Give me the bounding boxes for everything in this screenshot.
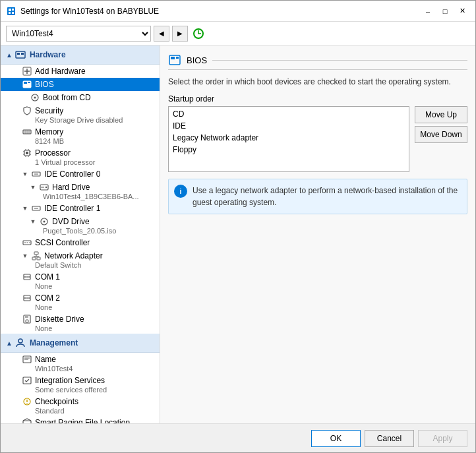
cancel-button[interactable]: Cancel	[365, 430, 414, 447]
window-title: Settings for Win10Test4 on BABYBLUE	[20, 7, 159, 16]
shield-icon	[22, 106, 32, 116]
sidebar-item-dvd-drive[interactable]: ▼ DVD Drive Puget_Tools_20.05.iso	[1, 215, 160, 236]
sidebar-item-add-hardware[interactable]: Add Hardware	[1, 65, 160, 78]
svg-rect-59	[26, 320, 28, 322]
panel-divider	[212, 60, 467, 61]
sidebar-item-com1[interactable]: COM 1 None	[1, 270, 160, 291]
title-controls: – □ ✕	[420, 5, 470, 18]
hardware-section-label: Hardware	[30, 50, 66, 59]
svg-rect-4	[12, 12, 14, 14]
order-buttons: Move Up Move Down	[415, 106, 467, 143]
bios-panel-icon	[168, 53, 181, 67]
management-section-header[interactable]: ▲ Management	[1, 334, 160, 353]
svg-rect-71	[176, 57, 179, 59]
sidebar-item-com2[interactable]: COM 2 None	[1, 291, 160, 313]
expand-icon-hdd: ▼	[30, 184, 36, 191]
diskette-drive-sub: None	[22, 324, 154, 332]
sidebar-item-checkpoints[interactable]: Checkpoints Standard	[1, 395, 160, 416]
minimize-button[interactable]: –	[420, 5, 436, 18]
checkpoints-sub: Standard	[22, 407, 154, 415]
sidebar-item-hard-drive[interactable]: ▼ Hard Drive Win10Test4_1B9C3EB6-BA...	[1, 181, 160, 202]
startup-order-section: Startup order CDIDELegacy Network adapte…	[168, 94, 467, 172]
sidebar-item-scsi-controller[interactable]: SCSI Controller	[1, 236, 160, 249]
ok-button[interactable]: OK	[311, 430, 361, 447]
com1-icon	[22, 272, 32, 282]
next-button[interactable]: ▶	[172, 26, 188, 42]
sidebar-item-network-adapter[interactable]: ▼ Network Adapter Default Switch	[1, 249, 160, 270]
add-hardware-label: Add Hardware	[35, 67, 86, 76]
checkpoints-label: Checkpoints	[35, 397, 78, 406]
startup-list-item[interactable]: Legacy Network adapter	[170, 132, 407, 144]
svg-rect-2	[12, 9, 14, 11]
management-chevron: ▲	[6, 340, 13, 347]
processor-label: Processor	[35, 148, 71, 158]
sidebar-item-bios[interactable]: BIOS	[1, 78, 160, 91]
startup-list-item[interactable]: CD	[170, 108, 407, 120]
svg-rect-42	[34, 252, 38, 255]
dvd-drive-sub: Puget_Tools_20.05.iso	[30, 227, 154, 235]
com2-icon	[22, 293, 32, 303]
scsi-controller-label: SCSI Controller	[35, 238, 90, 247]
svg-rect-22	[26, 152, 28, 154]
sidebar-item-smart-paging[interactable]: Smart Paging File Location D:\Work\VMs\W…	[1, 416, 160, 423]
apply-button[interactable]: Apply	[418, 430, 467, 447]
sidebar-item-ide-controller-1[interactable]: ▼ IDE Controller 1	[1, 202, 160, 215]
prev-button[interactable]: ◀	[154, 26, 169, 42]
svg-rect-14	[28, 82, 30, 83]
com1-sub: None	[22, 282, 154, 290]
hard-drive-label: Hard Drive	[52, 183, 90, 192]
memory-sub: 8124 MB	[22, 137, 154, 145]
vm-selector[interactable]: Win10Test4	[6, 26, 151, 42]
add-hardware-icon	[22, 66, 32, 76]
ide-controller-0-icon	[31, 169, 42, 179]
info-box: i Use a legacy network adapter to perfor…	[168, 179, 467, 214]
sidebar-item-name[interactable]: Name Win10Test4	[1, 353, 160, 374]
svg-rect-8	[21, 53, 24, 55]
svg-point-60	[18, 339, 22, 343]
sidebar-item-diskette-drive[interactable]: Diskette Drive None	[1, 313, 160, 334]
hard-drive-sub: Win10Test4_1B9C3EB6-BA...	[30, 193, 154, 200]
refresh-button[interactable]	[191, 26, 206, 42]
svg-rect-44	[37, 257, 40, 260]
dvd-drive-label: DVD Drive	[52, 217, 90, 226]
move-down-button[interactable]: Move Down	[415, 126, 467, 143]
bios-panel-title: BIOS	[187, 55, 207, 65]
sidebar-item-security[interactable]: Security Key Storage Drive disabled	[1, 104, 160, 125]
info-icon: i	[174, 185, 187, 198]
svg-rect-70	[171, 57, 175, 59]
window-icon	[6, 6, 16, 16]
name-sub: Win10Test4	[22, 365, 154, 373]
network-icon	[31, 251, 42, 261]
refresh-icon	[193, 28, 204, 40]
title-bar: Settings for Win10Test4 on BABYBLUE – □ …	[1, 1, 475, 22]
sidebar-item-processor[interactable]: Processor 1 Virtual processor	[1, 146, 160, 167]
sidebar-item-ide-controller-0[interactable]: ▼ IDE Controller 0	[1, 167, 160, 181]
ide-controller-1-icon	[31, 203, 42, 214]
expand-icon-dvd: ▼	[30, 218, 36, 225]
hardware-section-header[interactable]: ▲ Hardware	[1, 45, 160, 65]
name-label: Name	[35, 355, 56, 364]
bottom-bar: OK Cancel Apply	[1, 423, 475, 452]
hardware-section-icon	[15, 49, 26, 60]
close-button[interactable]: ✕	[454, 5, 470, 18]
svg-rect-7	[17, 53, 20, 55]
sidebar-item-integration-services[interactable]: Integration Services Some services offer…	[1, 374, 160, 395]
startup-order-list[interactable]: CDIDELegacy Network adapterFloppy	[168, 106, 409, 172]
bios-label: BIOS	[35, 80, 54, 89]
smart-paging-label: Smart Paging File Location	[35, 418, 130, 423]
toolbar: Win10Test4 ◀ ▶	[1, 22, 475, 45]
right-panel: BIOS Select the order in which boot devi…	[160, 45, 475, 423]
integration-services-sub: Some services offered	[22, 386, 154, 394]
sidebar-item-memory[interactable]: Memory 8124 MB	[1, 125, 160, 146]
diskette-drive-label: Diskette Drive	[35, 315, 84, 324]
sidebar-item-boot-from-cd[interactable]: Boot from CD	[1, 91, 160, 104]
svg-point-39	[44, 221, 45, 223]
security-sub: Key Storage Drive disabled	[22, 116, 154, 124]
svg-rect-13	[24, 82, 27, 84]
move-up-button[interactable]: Move Up	[415, 106, 467, 123]
maximize-button[interactable]: □	[437, 5, 453, 18]
scsi-icon	[22, 237, 32, 248]
integration-icon	[22, 375, 32, 386]
startup-list-item[interactable]: Floppy	[170, 144, 407, 156]
startup-list-item[interactable]: IDE	[170, 120, 407, 132]
